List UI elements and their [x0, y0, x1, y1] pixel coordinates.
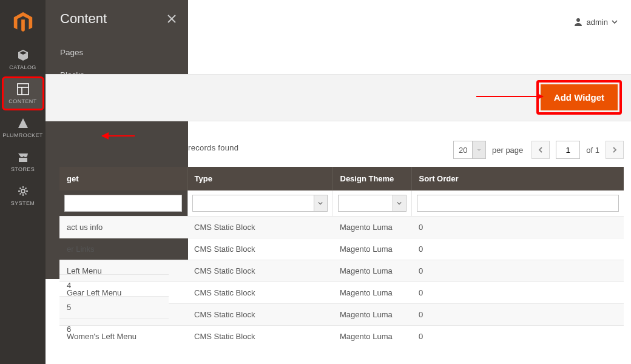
magento-logo-icon	[12, 11, 35, 34]
flyout-title: Content	[60, 11, 107, 27]
records-found-label: records found	[188, 143, 238, 152]
flyout-item-pages[interactable]: Pages	[46, 41, 188, 64]
filter-type-select[interactable]	[192, 195, 328, 212]
chevron-down-icon	[472, 141, 485, 158]
table-cell-id: 5	[59, 296, 169, 318]
table-cell-id: 4	[59, 274, 169, 296]
pyramid-icon	[16, 116, 30, 130]
id-column-visible-tail: 4 5 6	[59, 274, 169, 340]
table-cell-type: CMS Static Block	[187, 304, 332, 326]
svg-point-6	[576, 18, 580, 22]
table-cell-type: CMS Static Block	[187, 260, 332, 282]
table-cell-theme: Magento Luma	[332, 282, 411, 304]
table-cell-sort: 0	[411, 282, 624, 304]
table-cell-theme: Magento Luma	[332, 304, 411, 326]
close-icon[interactable]	[166, 13, 177, 24]
column-header-theme[interactable]: Design Theme	[332, 167, 411, 190]
grid-toolbar: 20 per page of 1	[453, 141, 624, 159]
table-cell-sort: 0	[411, 217, 624, 238]
svg-rect-0	[18, 84, 29, 95]
table-cell-sort: 0	[411, 304, 624, 326]
filter-theme-select[interactable]	[338, 195, 407, 212]
column-header-widget[interactable]: get	[59, 167, 187, 190]
table-cell-id: 6	[59, 318, 169, 340]
column-header-type[interactable]: Type	[187, 167, 332, 190]
layout-icon	[16, 83, 30, 96]
table-row[interactable]: er LinksCMS Static BlockMagento Luma0	[59, 238, 624, 260]
chevron-down-icon	[314, 195, 327, 211]
chevron-down-icon	[612, 19, 618, 25]
svg-point-3	[21, 189, 25, 193]
table-cell-sort: 0	[411, 260, 624, 282]
sidebar-item-plumrocket[interactable]: PLUMROCKET	[2, 110, 44, 144]
gear-icon	[16, 184, 30, 198]
admin-account-label: admin	[587, 18, 608, 27]
column-header-sort[interactable]: Sort Order	[411, 167, 624, 190]
sidebar-item-stores[interactable]: STORES	[2, 144, 44, 178]
per-page-select[interactable]: 20	[453, 141, 486, 159]
table-cell-type: CMS Static Block	[187, 282, 332, 304]
table-cell-type: CMS Static Block	[187, 326, 332, 348]
pager-page-input[interactable]	[556, 141, 580, 159]
add-widget-button[interactable]: Add Widget	[541, 84, 618, 110]
table-cell-theme: Magento Luma	[332, 238, 411, 260]
table-cell-sort: 0	[411, 238, 624, 260]
admin-sidebar: CATALOG CONTENT PLUMROCKET STORES SYSTEM	[0, 0, 46, 364]
table-cell-theme: Magento Luma	[332, 260, 411, 282]
per-page-value: 20	[454, 146, 472, 155]
sidebar-item-content[interactable]: CONTENT	[2, 76, 44, 110]
annotation-arrow-add-widget	[476, 96, 543, 97]
admin-account-menu[interactable]: admin	[573, 17, 618, 27]
table-cell-theme: Magento Luma	[332, 326, 411, 348]
sidebar-item-label: CONTENT	[8, 98, 36, 104]
pager-of-label: of 1	[586, 146, 599, 155]
storefront-icon	[16, 150, 30, 164]
table-cell-widget: er Links	[59, 238, 187, 260]
sidebar-item-catalog[interactable]: CATALOG	[2, 42, 44, 76]
add-widget-highlight: Add Widget	[536, 80, 622, 115]
table-cell-type: CMS Static Block	[187, 238, 332, 260]
user-icon	[573, 17, 583, 27]
cube-icon	[16, 49, 30, 62]
chevron-down-icon	[393, 195, 406, 211]
sidebar-item-label: STORES	[11, 166, 35, 172]
annotation-arrow-widgets	[102, 135, 135, 136]
table-row[interactable]: act us infoCMS Static BlockMagento Luma0	[59, 217, 624, 238]
filter-sort-input[interactable]	[417, 195, 619, 212]
filter-widget-input[interactable]	[64, 195, 182, 212]
sidebar-item-label: SYSTEM	[11, 200, 35, 206]
pager-next-button[interactable]	[606, 141, 624, 159]
sidebar-item-system[interactable]: SYSTEM	[2, 178, 44, 212]
table-cell-sort: 0	[411, 326, 624, 348]
table-cell-widget: act us info	[59, 217, 187, 238]
sidebar-item-label: CATALOG	[9, 64, 36, 70]
pager-prev-button[interactable]	[531, 141, 550, 159]
table-cell-theme: Magento Luma	[332, 217, 411, 238]
table-cell-type: CMS Static Block	[187, 217, 332, 238]
per-page-label: per page	[492, 146, 523, 155]
sidebar-item-label: PLUMROCKET	[2, 132, 43, 138]
